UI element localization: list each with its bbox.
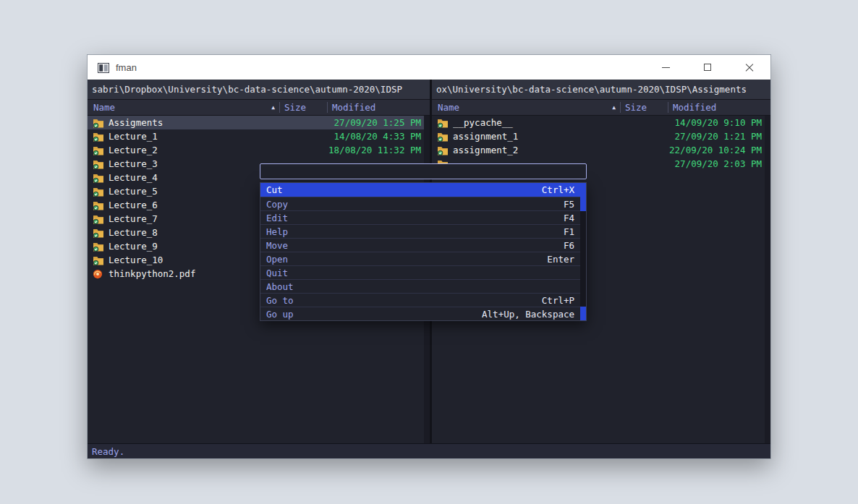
command-shortcut: F4: [564, 213, 574, 223]
column-name-label: Name: [438, 102, 459, 113]
right-column-header: Name ▲ Size Modified: [432, 100, 770, 116]
file-name: thinkpython2.pdf: [109, 268, 279, 279]
maximize-button[interactable]: [687, 55, 729, 80]
app-icon: [98, 62, 109, 72]
folder-icon: [437, 131, 449, 142]
command-input[interactable]: [260, 163, 587, 179]
window-controls: [645, 55, 770, 80]
command-item[interactable]: Move F6: [260, 238, 586, 252]
folder-icon: [93, 255, 104, 265]
command-item[interactable]: About: [260, 279, 586, 293]
file-row[interactable]: assignment_1 27/09/20 1:21 PM: [432, 129, 770, 143]
command-label: Open: [266, 254, 288, 265]
file-row[interactable]: assignment_2 22/09/20 10:24 PM: [432, 143, 770, 157]
file-row[interactable]: Lecture_1 14/08/20 4:33 PM: [88, 129, 430, 143]
column-header-name[interactable]: Name ▲: [432, 102, 620, 113]
column-header-name[interactable]: Name ▲: [88, 102, 279, 113]
sort-ascending-icon: ▲: [612, 104, 616, 111]
file-modified: 22/09/20 10:24 PM: [668, 145, 770, 155]
desktop: fman sabri\Dropbox\University\bc-data-sc…: [0, 0, 858, 504]
folder-icon: [93, 241, 104, 252]
command-label: Quit: [266, 268, 288, 278]
palette-scrollbar-thumb[interactable]: [580, 183, 586, 211]
file-name: Lecture_6: [109, 200, 279, 210]
file-modified: 27/09/20 1:25 PM: [327, 117, 430, 128]
command-shortcut: F5: [564, 199, 574, 210]
command-palette: Cut Ctrl+X Copy F5 Edit F4 Help F1 Move …: [260, 163, 587, 321]
window-content: sabri\Dropbox\University\bc-data-science…: [88, 80, 770, 458]
file-modified: 14/08/20 4:33 PM: [327, 131, 430, 142]
file-modified: 27/09/20 2:03 PM: [668, 158, 770, 169]
window-title: fman: [116, 62, 137, 73]
file-name: Lecture_5: [109, 186, 279, 197]
command-shortcut: F1: [564, 226, 574, 237]
folder-icon: [437, 145, 449, 155]
command-item[interactable]: Go up Alt+Up, Backspace: [260, 307, 586, 320]
command-shortcut: Enter: [547, 254, 574, 265]
command-label: Move: [266, 240, 288, 251]
command-list: Cut Ctrl+X Copy F5 Edit F4 Help F1 Move …: [260, 182, 587, 321]
folder-icon: [93, 117, 104, 128]
command-label: About: [266, 281, 294, 292]
column-header-size[interactable]: Size: [279, 102, 327, 113]
command-item[interactable]: Open Enter: [260, 252, 586, 265]
folder-icon: [93, 172, 104, 183]
command-label: Go up: [266, 309, 294, 320]
command-label: Help: [266, 226, 288, 237]
folder-icon: [437, 117, 449, 128]
command-shortcut: F6: [564, 240, 574, 251]
file-row[interactable]: __pycache__ 14/09/20 9:10 PM: [432, 116, 770, 129]
command-shortcut: Ctrl+X: [542, 184, 574, 195]
file-row[interactable]: Lecture_2 18/08/20 11:32 PM: [88, 143, 430, 157]
status-text: Ready.: [92, 446, 124, 457]
close-button[interactable]: [729, 55, 770, 80]
file-row[interactable]: Assigments 27/09/20 1:25 PM: [88, 116, 430, 129]
folder-icon: [93, 131, 104, 142]
column-header-modified[interactable]: Modified: [668, 102, 770, 113]
file-modified: 14/09/20 9:10 PM: [668, 117, 770, 128]
command-item[interactable]: Go to Ctrl+P: [260, 293, 586, 307]
pdf-file-icon: [93, 268, 104, 279]
folder-icon: [93, 186, 104, 197]
minimize-icon: [662, 67, 670, 68]
right-path-bar[interactable]: ox\University\bc-data-science\autumn-202…: [432, 80, 770, 100]
maximize-icon: [704, 64, 711, 71]
column-header-size[interactable]: Size: [620, 102, 668, 113]
folder-icon: [93, 145, 104, 155]
fman-window: fman sabri\Dropbox\University\bc-data-sc…: [87, 54, 771, 459]
file-modified: 27/09/20 1:21 PM: [668, 131, 770, 142]
command-label: Copy: [266, 199, 288, 210]
titlebar: fman: [88, 55, 770, 80]
file-name: Lecture_8: [109, 227, 279, 238]
command-item[interactable]: Copy F5: [260, 197, 586, 210]
command-shortcut: Ctrl+P: [542, 295, 574, 306]
left-path-bar[interactable]: sabri\Dropbox\University\bc-data-science…: [88, 80, 430, 100]
file-modified: 18/08/20 11:32 PM: [327, 145, 430, 155]
file-name: Lecture_9: [109, 241, 279, 252]
right-pane-scrollbar[interactable]: [765, 116, 770, 443]
left-column-header: Name ▲ Size Modified: [88, 100, 430, 116]
command-item[interactable]: Quit: [260, 265, 586, 279]
file-name: Assigments: [109, 117, 279, 128]
file-name: Lecture_4: [109, 172, 279, 183]
file-name: Lecture_1: [109, 131, 279, 142]
file-name: assignment_1: [453, 131, 620, 142]
folder-icon: [93, 200, 104, 210]
palette-scrollbar[interactable]: [580, 183, 586, 320]
file-name: Lecture_2: [109, 145, 279, 155]
folder-icon: [93, 227, 104, 238]
palette-scrollbar-thumb-bottom[interactable]: [580, 307, 586, 320]
close-icon: [745, 63, 754, 72]
file-name: Lecture_10: [109, 255, 279, 265]
command-item[interactable]: Help F1: [260, 224, 586, 238]
minimize-button[interactable]: [645, 55, 687, 80]
file-name: __pycache__: [453, 117, 620, 128]
command-shortcut: Alt+Up, Backspace: [482, 309, 574, 320]
command-item[interactable]: Cut Ctrl+X: [260, 183, 586, 197]
folder-icon: [93, 158, 104, 169]
folder-icon: [93, 213, 104, 224]
column-header-modified[interactable]: Modified: [327, 102, 430, 113]
sort-ascending-icon: ▲: [271, 104, 275, 111]
command-item[interactable]: Edit F4: [260, 210, 586, 224]
status-bar: Ready.: [88, 443, 770, 458]
